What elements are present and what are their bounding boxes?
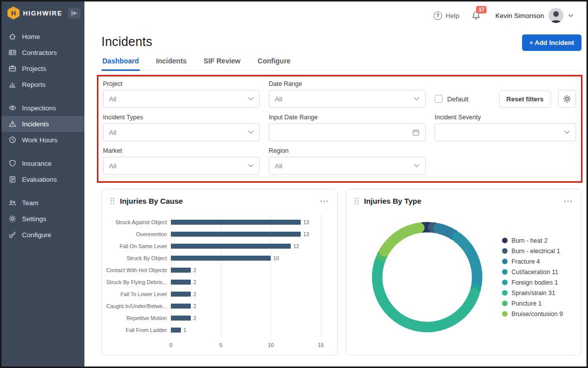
more-menu-icon[interactable] (319, 199, 329, 203)
bar-value: 13 (303, 231, 309, 237)
help-button[interactable]: ? Help (434, 11, 460, 20)
help-icon: ? (434, 11, 442, 20)
team-icon (8, 199, 16, 207)
reports-icon (8, 80, 16, 88)
legend-item: Bruise/contusion 9 (502, 311, 563, 318)
bar-row: Struck By Flying Debris...2 (105, 276, 332, 288)
incident-types-select[interactable]: All (103, 123, 260, 141)
donut-segment-cut-laceration (457, 237, 477, 285)
help-label: Help (446, 12, 460, 19)
filter-region: Region All (269, 147, 426, 175)
evaluations-icon (8, 175, 16, 183)
sidebar-item-label: Insurance (22, 160, 51, 167)
chevron-down-icon (414, 164, 420, 168)
input-date-range-field[interactable] (269, 123, 426, 141)
notification-badge: 17 (476, 6, 487, 13)
donut-chart: Burn - heat 2Burn - electrical 1Fracture… (346, 214, 582, 340)
filter-actions: Default Reset filters (435, 80, 576, 108)
chevron-down-icon (414, 97, 420, 101)
injuries-by-cause-card: Injuries By Cause Struck Against Object1… (101, 189, 338, 356)
add-incident-button[interactable]: + Add Incident (522, 34, 582, 51)
sidebar-item-label: Work Hours (22, 136, 57, 144)
tab-incidents[interactable]: Incidents (155, 57, 187, 70)
bar-row: Overexertion13 (105, 228, 332, 240)
x-tick-label: 15 (318, 342, 324, 348)
filter-project: Project All (103, 80, 260, 108)
bar-label: Fall To Lower Level (105, 291, 171, 297)
drag-handle-icon[interactable] (110, 197, 115, 205)
collapse-icon (71, 10, 77, 16)
tab-sif-review[interactable]: SIF Review (203, 57, 242, 70)
filter-date-range: Date Range All (269, 80, 426, 108)
sidebar-item-incidents[interactable]: Incidents (1, 116, 84, 132)
bar-row: Fall On Same Level12 (105, 240, 332, 252)
chevron-down-icon (564, 130, 570, 134)
sidebar-item-team[interactable]: Team (1, 195, 84, 211)
page-header: Incidents + Add Incident (101, 34, 582, 51)
bar-value: 2 (193, 267, 196, 273)
sidebar-nav: HomeContractorsProjectsReportsInspection… (1, 28, 84, 243)
sidebar-collapse-button[interactable] (68, 8, 80, 18)
sidebar-item-reports[interactable]: Reports (1, 76, 84, 92)
sidebar-item-work-hours[interactable]: Work Hours (1, 132, 84, 148)
sidebar: H HIGHWIRE HomeContractorsProjectsReport… (1, 1, 84, 367)
region-label: Region (269, 147, 426, 155)
legend-label: Cut/laceration 11 (512, 269, 559, 276)
page-content: Incidents + Add Incident DashboardIncide… (84, 29, 587, 367)
user-name: Kevin Simonson (495, 12, 544, 19)
notifications-button[interactable]: 17 (471, 10, 481, 20)
filter-settings-button[interactable] (558, 90, 576, 108)
input-date-range-input[interactable] (275, 129, 412, 136)
bar-label: Repetitve Motion (105, 315, 171, 321)
chevron-down-icon (248, 97, 254, 101)
legend-dot (502, 290, 508, 296)
tab-dashboard[interactable]: Dashboard (101, 57, 140, 70)
project-select[interactable]: All (103, 90, 260, 108)
x-tick-label: 0 (169, 342, 172, 348)
sidebar-item-label: Projects (22, 65, 46, 72)
legend-label: Burn - electrical 1 (512, 248, 560, 255)
sidebar-item-configure[interactable]: Configure (1, 227, 84, 243)
sidebar-item-projects[interactable]: Projects (1, 60, 84, 76)
reset-filters-button[interactable]: Reset filters (499, 90, 551, 108)
sidebar-item-insurance[interactable]: Insurance (1, 155, 84, 171)
chevron-down-icon (248, 130, 254, 134)
donut-segment-fracture (438, 229, 454, 236)
sidebar-item-inspections[interactable]: Inspections (1, 100, 84, 116)
bar-label: Fall On Same Level (105, 243, 171, 249)
avatar (549, 8, 564, 23)
tab-configure[interactable]: Configure (257, 57, 292, 70)
legend-label: Fracture 4 (512, 258, 540, 265)
date-range-select[interactable]: All (269, 90, 426, 108)
region-select[interactable]: All (269, 157, 426, 175)
bar-label: Overexertion (105, 231, 171, 237)
sidebar-item-label: Home (22, 33, 40, 40)
dashboard-cards: Injuries By Cause Struck Against Object1… (101, 189, 582, 356)
bar-value: 2 (193, 303, 196, 309)
sidebar-item-label: Incidents (22, 120, 49, 128)
default-checkbox[interactable]: Default (435, 95, 469, 103)
legend-dot (502, 301, 508, 306)
bar-label: Caught In/Under/Betwe... (105, 303, 171, 309)
bar-value: 13 (303, 219, 309, 225)
x-tick-label: 10 (268, 342, 274, 348)
card-header: Injuries By Type (346, 189, 582, 208)
more-menu-icon[interactable] (563, 199, 573, 203)
sidebar-item-settings[interactable]: Settings (1, 211, 84, 227)
sidebar-item-home[interactable]: Home (1, 28, 84, 44)
sidebar-item-contractors[interactable]: Contractors (1, 44, 84, 60)
bar-row: Caught In/Under/Betwe...2 (105, 300, 332, 312)
user-menu[interactable]: Kevin Simonson (495, 8, 574, 23)
x-tick-label: 5 (219, 342, 222, 348)
bar-row: Fall From Ladder1 (105, 324, 332, 336)
filter-input-date-range: Input Date Range (269, 114, 426, 141)
sidebar-item-evaluations[interactable]: Evaluations (1, 171, 84, 187)
bar-row: Struck By Object10 (105, 252, 332, 264)
legend-label: Bruise/contusion 9 (512, 311, 563, 318)
drag-handle-icon[interactable] (354, 197, 359, 205)
legend-dot (502, 248, 508, 254)
chevron-down-icon (248, 164, 254, 168)
market-select[interactable]: All (103, 157, 260, 175)
legend-label: Foreign bodies 1 (512, 279, 558, 286)
incident-severity-select[interactable] (435, 123, 576, 141)
